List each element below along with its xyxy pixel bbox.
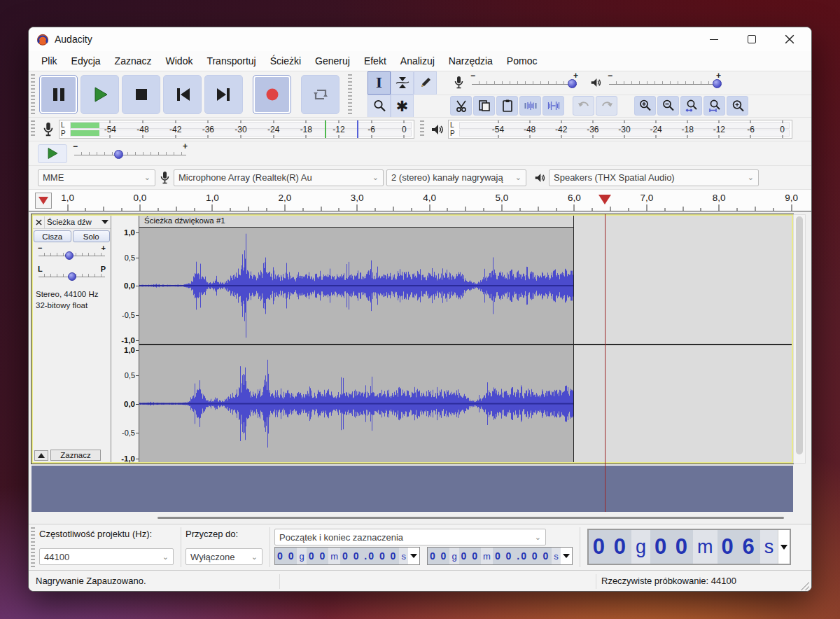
skip-to-start-button[interactable] (163, 75, 202, 114)
paste-button[interactable] (496, 96, 518, 116)
maximize-button[interactable] (747, 34, 757, 44)
pinned-play-head-button[interactable] (35, 193, 52, 209)
pan-thumb[interactable] (68, 272, 76, 281)
menu-item-pomoc[interactable]: Pomoc (500, 53, 545, 69)
stop-button[interactable] (122, 75, 160, 114)
selection-tool-button[interactable]: I (368, 71, 391, 95)
play-button[interactable] (80, 75, 119, 114)
time-digits[interactable]: 0 0 (275, 548, 297, 564)
select-track-button[interactable]: Zaznacz (50, 450, 101, 461)
menu-item-efekt[interactable]: Efekt (357, 53, 393, 69)
menu-item-plik[interactable]: Plik (34, 53, 64, 69)
recording-channels-select[interactable]: 2 (stereo) kanały nagrywając⌄ (386, 169, 526, 186)
selection-toolbar-grip[interactable] (31, 527, 35, 567)
selection-mode-select[interactable]: Początek i koniec zaznaczenia⌄ (274, 529, 546, 545)
horizontal-scrollbar[interactable] (31, 512, 808, 524)
vertical-scrollbar[interactable] (793, 214, 806, 464)
time-format-dropdown[interactable] (561, 548, 572, 564)
title-bar[interactable]: Audacity (29, 27, 811, 51)
transport-toolbar-grip[interactable] (31, 74, 35, 114)
playback-volume-slider[interactable]: − + (609, 76, 720, 90)
redo-button[interactable] (596, 96, 617, 116)
vertical-scrollbar-thumb[interactable] (796, 216, 803, 454)
zoom-to-selection-button[interactable] (680, 96, 702, 116)
time-digits[interactable]: 0 6 (718, 530, 760, 564)
time-digits[interactable]: 0 0 (459, 548, 481, 564)
cut-button[interactable] (450, 96, 472, 116)
waveform-channel-left[interactable] (139, 228, 573, 344)
menu-item-ścieżki[interactable]: Ścieżki (263, 53, 308, 69)
gain-thumb[interactable] (65, 251, 74, 260)
recording-meter[interactable]: LP-54-48-42-36-30-24-18-12-60 (59, 120, 414, 139)
playback-meter[interactable]: LP-54-48-42-36-30-24-18-12-60 (448, 120, 792, 139)
zoom-to-project-button[interactable] (704, 96, 725, 116)
time-digits[interactable]: 0 0 (307, 548, 328, 564)
track-control-panel[interactable]: Ścieżka dźw Cisza Solo − + (33, 216, 111, 462)
loop-button[interactable] (301, 75, 340, 114)
silence-audio-button[interactable] (542, 96, 564, 116)
trim-audio-button[interactable] (519, 96, 541, 116)
selection-start-field[interactable]: 0 0g0 0m0 0 .0 0 0s (274, 547, 420, 565)
playback-meter-speaker-icon[interactable] (427, 118, 448, 141)
audio-position-display[interactable]: 0 0g0 0m0 6s (587, 529, 791, 565)
copy-button[interactable] (473, 96, 495, 116)
skip-to-end-button[interactable] (204, 75, 243, 114)
menu-item-widok[interactable]: Widok (159, 53, 200, 69)
pause-button[interactable] (39, 75, 78, 114)
time-digits[interactable]: 0 0 .0 0 0 (493, 548, 552, 564)
solo-button[interactable]: Solo (73, 230, 111, 242)
record-button[interactable] (253, 75, 291, 114)
time-digits[interactable]: 0 0 (428, 548, 449, 564)
undo-button[interactable] (573, 96, 594, 116)
vertical-scale-ruler[interactable]: 1,00,50,0-0,5-1,01,00,50,0-0,5-1,0 (111, 216, 139, 462)
playback-meter-grip[interactable] (420, 120, 424, 138)
play-at-speed-button[interactable] (38, 144, 67, 163)
snap-to-select[interactable]: Wyłączone⌄ (186, 548, 262, 565)
time-format-dropdown[interactable] (408, 548, 419, 564)
envelope-tool-button[interactable] (391, 71, 414, 95)
tools-toolbar-grip[interactable] (348, 74, 352, 114)
waveform-channel-right[interactable] (139, 345, 573, 462)
horizontal-scrollbar-thumb[interactable] (158, 517, 784, 519)
playback-device-select[interactable]: Speakers (THX Spatial Audio)⌄ (549, 169, 759, 186)
zoom-out-button[interactable] (657, 96, 679, 116)
empty-area-below-tracks[interactable] (31, 466, 793, 512)
playhead-marker[interactable] (598, 195, 611, 204)
track-close-button[interactable] (33, 216, 45, 228)
zoom-tool-button[interactable] (368, 95, 391, 118)
window-resize-grip[interactable] (801, 582, 809, 590)
close-button[interactable] (785, 34, 794, 44)
track-title-menu[interactable]: Ścieżka dźw (45, 218, 111, 226)
time-digits[interactable]: 0 0 (589, 530, 631, 564)
play-speed-slider[interactable]: − + (74, 146, 186, 160)
waveform-area[interactable]: Ścieżka dźwiękowa #1 (139, 216, 792, 462)
menu-item-narzędzia[interactable]: Narzędzia (442, 53, 500, 69)
play-speed-thumb[interactable] (114, 150, 123, 159)
audio-clip[interactable]: Ścieżka dźwiękowa #1 (139, 216, 574, 462)
clip-title-bar[interactable]: Ścieżka dźwiękowa #1 (139, 216, 573, 228)
record-volume-thumb[interactable] (568, 79, 577, 88)
time-digits[interactable]: 0 0 (650, 530, 693, 564)
gain-slider[interactable]: − + (38, 249, 105, 261)
menu-item-zaznacz[interactable]: Zaznacz (108, 53, 159, 69)
menu-item-generuj[interactable]: Generuj (308, 53, 357, 69)
record-meter-mic-icon[interactable] (38, 118, 59, 141)
time-digits[interactable]: 0 0 .0 0 0 (340, 548, 399, 564)
mute-button[interactable]: Cisza (34, 230, 71, 242)
recording-device-select[interactable]: Microphone Array (Realtek(R) Au⌄ (174, 169, 384, 186)
record-volume-slider[interactable]: − + (472, 76, 577, 90)
selection-end-field[interactable]: 0 0g0 0m0 0 .0 0 0s (427, 547, 573, 565)
menu-item-transportuj[interactable]: Transportuj (200, 53, 262, 69)
minimize-button[interactable] (709, 34, 719, 44)
pan-slider[interactable]: L P (38, 270, 105, 282)
project-rate-select[interactable]: 44100⌄ (39, 548, 174, 565)
menu-item-analizuj[interactable]: Analizuj (393, 53, 442, 69)
zoom-toggle-button[interactable] (727, 96, 748, 116)
zoom-in-button[interactable] (634, 96, 656, 116)
collapse-track-button[interactable] (34, 450, 48, 461)
playback-volume-thumb[interactable] (713, 79, 722, 88)
audio-host-select[interactable]: MME⌄ (38, 169, 155, 186)
timeline-ruler[interactable]: 1,00,01,02,03,04,05,06,07,08,09,0 (29, 189, 811, 211)
time-format-dropdown[interactable] (778, 530, 790, 564)
multi-tool-button[interactable]: ✱ (391, 95, 414, 118)
